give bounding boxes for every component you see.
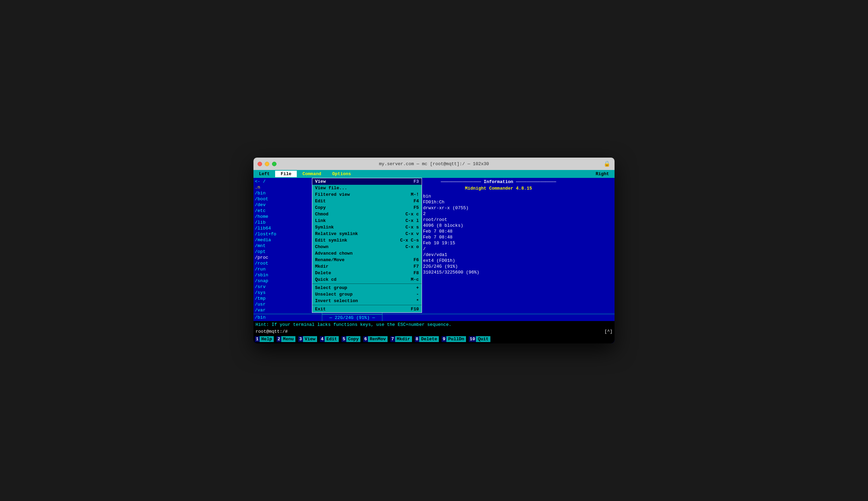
menu-view-label: View <box>315 179 326 184</box>
menu-link-label: Link <box>315 218 326 223</box>
lock-icon: 🔒 <box>604 160 610 167</box>
menu-copy[interactable]: Copy F5 <box>312 204 422 211</box>
menu-link[interactable]: Link C-x l <box>312 217 422 224</box>
fkey-7[interactable]: 7 Mkdir <box>389 335 413 343</box>
menu-unselect-group-label: Unselect group <box>315 292 352 297</box>
prompt-text: root@mqtt:/# <box>256 329 288 334</box>
menu-exit-label: Exit <box>315 307 326 312</box>
hint-bar: Hint: If your terminal lacks functions k… <box>253 321 615 328</box>
window-title: my.server.com — mc [root@mqtt]:/ — 102x3… <box>379 161 489 167</box>
menu-filtered-view[interactable]: Filtered view M-! <box>312 191 422 198</box>
maximize-button[interactable] <box>272 162 276 166</box>
menu-view-file-label: View file... <box>315 185 347 191</box>
menu-invert-selection-label: Invert selection <box>315 298 358 303</box>
menu-advanced-chown[interactable]: Advanced chown <box>312 250 422 257</box>
function-keys-bar: 1 Help 2 Menu 3 View 4 Edit 5 Copy 6 Ren… <box>253 335 615 343</box>
menu-edit-symlink[interactable]: Edit symlink C-x C-s <box>312 237 422 244</box>
menu-exit[interactable]: Exit F10 <box>312 306 422 312</box>
menu-delete-label: Delete <box>315 270 331 276</box>
menu-advanced-chown-label: Advanced chown <box>315 251 352 256</box>
menubar-options[interactable]: Options <box>327 171 357 177</box>
menubar-command[interactable]: Command <box>297 171 327 177</box>
menu-relative-symlink[interactable]: Relative symlink C-x v <box>312 231 422 237</box>
menu-view-file[interactable]: View file... <box>312 185 422 191</box>
menu-quick-cd[interactable]: Quick cd M-c <box>312 276 422 283</box>
menu-edit-symlink-label: Edit symlink <box>315 238 347 243</box>
file-dropdown-menu: View F3 View file... Filtered view M-! E… <box>312 178 422 313</box>
menu-symlink[interactable]: Symlink C-x s <box>312 224 422 231</box>
fkey-5[interactable]: 5 Copy <box>340 335 362 343</box>
menubar-file[interactable]: File <box>275 171 297 177</box>
titlebar: my.server.com — mc [root@mqtt]:/ — 102x3… <box>253 158 615 170</box>
left-path-bar: /bin <box>253 314 322 321</box>
bottom-status: /bin — 22G/24G (91%) — <box>253 314 615 321</box>
mc-container: Left File Command Options Right <- / .n … <box>253 170 615 343</box>
menu-unselect-group[interactable]: Unselect group - <box>312 291 422 298</box>
fkey-1[interactable]: 1 Help <box>253 335 275 343</box>
menu-divider-1 <box>312 284 422 284</box>
right-spacer <box>382 314 615 321</box>
menu-invert-selection[interactable]: Invert selection * <box>312 298 422 304</box>
menu-chmod-label: Chmod <box>315 212 328 217</box>
menu-relative-symlink-label: Relative symlink <box>315 231 358 236</box>
menu-divider-2 <box>312 305 422 305</box>
fkey-2[interactable]: 2 Menu <box>275 335 297 343</box>
window-buttons <box>258 162 276 166</box>
menu-select-group-label: Select group <box>315 285 347 290</box>
menu-filtered-view-label: Filtered view <box>315 192 350 197</box>
hint-text: Hint: If your terminal lacks functions k… <box>256 322 452 327</box>
menu-edit[interactable]: Edit F4 <box>312 198 422 204</box>
menu-select-group[interactable]: Select group + <box>312 285 422 291</box>
menu-mkdir[interactable]: Mkdir F7 <box>312 263 422 270</box>
menu-chmod[interactable]: Chmod C-x c <box>312 211 422 217</box>
fkey-8[interactable]: 8 Delete <box>413 335 441 343</box>
menu-edit-label: Edit <box>315 199 326 204</box>
fkey-6[interactable]: 6 RenMov <box>362 335 389 343</box>
middle-status-bar: — 22G/24G (91%) — <box>322 314 382 321</box>
menu-chown[interactable]: Chown C-x o <box>312 244 422 250</box>
menu-copy-label: Copy <box>315 205 326 210</box>
main-area: <- / .n /bin /boot /dev /etc /home /lib … <box>253 178 615 314</box>
fkey-9[interactable]: 9 PullDn <box>440 335 467 343</box>
fkey-3[interactable]: 3 View <box>297 335 318 343</box>
fkey-4[interactable]: 4 Edit <box>318 335 340 343</box>
menu-rename-move-label: Rename/Move <box>315 257 345 263</box>
window: my.server.com — mc [root@mqtt]:/ — 102x3… <box>253 158 615 343</box>
menu-rename-move[interactable]: Rename/Move F6 <box>312 257 422 263</box>
menubar: Left File Command Options Right <box>253 170 615 178</box>
menu-chown-label: Chown <box>315 244 328 249</box>
prompt-right: [^] <box>605 329 612 334</box>
menubar-right[interactable]: Right <box>590 171 615 177</box>
menu-symlink-label: Symlink <box>315 225 334 230</box>
menu-quick-cd-label: Quick cd <box>315 277 336 282</box>
prompt-bar: root@mqtt:/# [^] <box>253 328 615 335</box>
minimize-button[interactable] <box>265 162 269 166</box>
fkey-10[interactable]: 10 Quit <box>467 335 492 343</box>
menu-delete[interactable]: Delete F8 <box>312 270 422 276</box>
menu-view-shortcut: F3 <box>413 179 419 184</box>
menu-view[interactable]: View F3 <box>312 178 422 185</box>
menubar-left[interactable]: Left <box>253 171 275 177</box>
close-button[interactable] <box>258 162 262 166</box>
menu-mkdir-label: Mkdir <box>315 264 328 269</box>
